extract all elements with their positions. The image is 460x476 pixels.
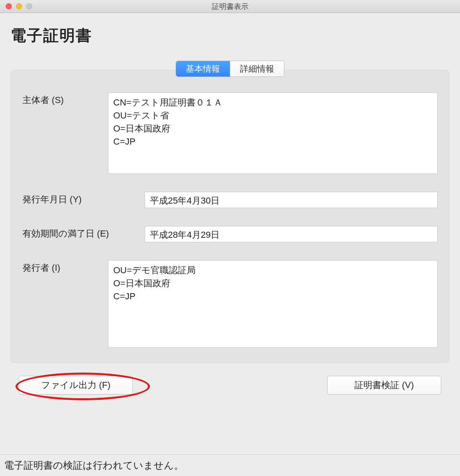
- issuer-label: 発行者 (I): [22, 260, 108, 348]
- expiry-date-value[interactable]: 平成28年4月29日: [145, 226, 438, 242]
- content-area: 電子証明書 基本情報 詳細情報 主体者 (S) CN=テスト用証明書０１Ａ OU…: [0, 13, 460, 454]
- traffic-lights: [0, 3, 32, 9]
- maximize-window-button: [26, 3, 32, 9]
- titlebar: 証明書表示: [0, 0, 460, 13]
- minimize-window-button[interactable]: [16, 3, 22, 9]
- tabs-container: 基本情報 詳細情報: [11, 61, 449, 77]
- segmented-control: 基本情報 詳細情報: [176, 61, 284, 77]
- basic-info-panel: 主体者 (S) CN=テスト用証明書０１Ａ OU=テスト省 O=日本国政府 C=…: [11, 70, 449, 363]
- window-title: 証明書表示: [212, 2, 249, 11]
- field-subject: 主体者 (S) CN=テスト用証明書０１Ａ OU=テスト省 O=日本国政府 C=…: [22, 92, 438, 174]
- subject-value[interactable]: CN=テスト用証明書０１Ａ OU=テスト省 O=日本国政府 C=JP: [108, 92, 438, 174]
- page-title: 電子証明書: [11, 25, 449, 46]
- tab-basic-info[interactable]: 基本情報: [176, 61, 230, 77]
- field-issued-date: 発行年月日 (Y) 平成25年4月30日: [22, 192, 438, 208]
- verify-certificate-button[interactable]: 証明書検証 (V): [327, 376, 441, 395]
- field-expiry-date: 有効期間の満了日 (E) 平成28年4月29日: [22, 226, 438, 242]
- status-bar: 電子証明書の検証は行われていません。: [0, 454, 460, 476]
- file-output-button[interactable]: ファイル出力 (F): [19, 376, 133, 395]
- button-row: ファイル出力 (F) 証明書検証 (V): [11, 363, 449, 403]
- close-window-button[interactable]: [6, 3, 12, 9]
- certificate-display-window: 証明書表示 電子証明書 基本情報 詳細情報 主体者 (S) CN=テスト用証明書…: [0, 0, 460, 476]
- subject-label: 主体者 (S): [22, 92, 108, 174]
- expiry-date-label: 有効期間の満了日 (E): [22, 226, 145, 242]
- issued-date-label: 発行年月日 (Y): [22, 192, 145, 208]
- field-issuer: 発行者 (I) OU=デモ官職認証局 O=日本国政府 C=JP: [22, 260, 438, 348]
- issuer-value[interactable]: OU=デモ官職認証局 O=日本国政府 C=JP: [108, 260, 438, 348]
- tab-detail-info[interactable]: 詳細情報: [230, 61, 284, 77]
- issued-date-value[interactable]: 平成25年4月30日: [145, 192, 438, 208]
